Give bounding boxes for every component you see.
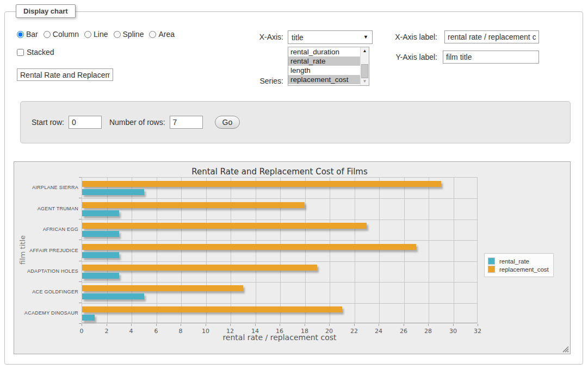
x-axis-label-input[interactable]: [444, 30, 539, 43]
bar-rental_rate: [82, 231, 119, 237]
category-label: ACE GOLDFINGER: [17, 289, 78, 294]
bar-rental_rate: [82, 252, 119, 258]
x-axis-select-label: X-Axis:: [256, 33, 283, 41]
x-tick-mark: [255, 324, 256, 326]
category-label: ACADEMY DINOSAUR: [17, 310, 78, 316]
x-tick-label: 24: [375, 328, 382, 335]
x-tick-mark: [404, 324, 404, 326]
series-label: Series:: [256, 77, 283, 85]
series-option-rental_rate[interactable]: rental_rate: [288, 57, 360, 66]
chart-type-option-line[interactable]: Line: [84, 30, 108, 39]
number-of-rows-input[interactable]: [170, 116, 203, 129]
go-button[interactable]: Go: [215, 116, 240, 129]
gridline: [305, 178, 306, 323]
series-option-length[interactable]: length: [288, 66, 360, 75]
x-tick-mark: [280, 324, 280, 326]
gridline: [157, 178, 157, 323]
gridline: [330, 178, 330, 323]
radio-line[interactable]: [84, 31, 91, 38]
scrollbar-thumb[interactable]: [361, 64, 368, 78]
series-listbox-scrollbar[interactable]: ▲ ▼: [360, 47, 369, 85]
radio-bar[interactable]: [17, 31, 24, 38]
x-tick-mark: [428, 324, 429, 326]
series-option-rental_duration[interactable]: rental_duration: [288, 47, 360, 57]
x-tick-mark: [305, 324, 305, 326]
resize-grip-icon[interactable]: [562, 346, 569, 353]
y-tick-mark: [79, 240, 82, 240]
x-tick-mark: [82, 324, 82, 326]
x-tick-label: 30: [449, 328, 457, 335]
bar-rental_rate: [82, 315, 95, 321]
x-axis-select-wrap: title ▼: [288, 30, 373, 44]
y-tick-mark: [79, 261, 82, 261]
gridline: [132, 178, 132, 323]
bar-rental_rate: [82, 273, 119, 279]
radio-label: Line: [94, 30, 108, 39]
x-tick-mark: [329, 324, 330, 326]
gridline: [181, 178, 182, 323]
radio-label: Area: [158, 30, 175, 39]
legend-item-replacement_cost: replacement_cost: [488, 266, 549, 273]
gridline: [82, 282, 477, 283]
x-axis-label-label: X-Axis label:: [395, 33, 437, 41]
series-listbox-options: rental_durationrental_ratelengthreplacem…: [288, 47, 360, 85]
tab-display-chart[interactable]: Display chart: [16, 4, 76, 18]
series-option-replacement_cost[interactable]: replacement_cost: [288, 75, 360, 84]
legend-swatch-replacement_cost: [488, 266, 495, 273]
chart-legend: rental_ratereplacement_cost: [484, 253, 554, 277]
x-tick-label: 2: [105, 328, 109, 335]
rows-form-panel: Start row: Number of rows: Go: [20, 101, 571, 143]
x-tick-mark: [354, 324, 355, 326]
stacked-option[interactable]: Stacked: [17, 48, 54, 57]
x-tick-label: 32: [474, 328, 481, 335]
start-row-input[interactable]: [69, 116, 102, 129]
y-axis-label-label: Y-Axis label:: [395, 53, 437, 61]
legend-label: replacement_cost: [499, 266, 549, 273]
display-chart-panel: Display chart BarColumnLineSplineArea St…: [4, 11, 583, 365]
gridline: [404, 178, 405, 323]
stacked-label: Stacked: [27, 48, 54, 57]
chart-type-option-column[interactable]: Column: [44, 30, 79, 39]
x-tick-label: 26: [400, 328, 407, 335]
bar-replacement_cost: [82, 181, 441, 187]
x-axis-select[interactable]: title: [288, 30, 373, 44]
radio-area[interactable]: [149, 31, 156, 38]
bar-rental_rate: [82, 189, 144, 195]
bar-replacement_cost: [82, 265, 317, 271]
x-tick-label: 4: [129, 328, 133, 335]
x-tick-label: 6: [154, 328, 158, 335]
radio-spline[interactable]: [114, 31, 121, 38]
x-tick-label: 0: [80, 328, 84, 335]
x-tick-mark: [478, 324, 478, 326]
scroll-down-icon[interactable]: ▼: [361, 78, 369, 85]
x-tick-mark: [379, 324, 379, 326]
x-tick-mark: [107, 324, 107, 326]
scroll-up-icon[interactable]: ▲: [361, 47, 369, 55]
radio-label: Spline: [123, 30, 144, 39]
x-tick-label: 20: [325, 328, 333, 335]
gridline: [231, 178, 231, 323]
y-axis-label-input[interactable]: [443, 51, 539, 64]
chart-title-input[interactable]: [17, 68, 113, 81]
gridline: [429, 178, 429, 323]
x-tick-label: 16: [276, 328, 283, 335]
chart-type-option-bar[interactable]: Bar: [17, 30, 38, 39]
x-tick-mark: [206, 324, 206, 326]
legend-item-rental_rate: rental_rate: [488, 258, 549, 265]
stacked-checkbox[interactable]: [17, 49, 24, 56]
number-of-rows-label: Number of rows:: [109, 118, 165, 127]
gridline: [82, 261, 477, 262]
y-tick-mark: [79, 303, 82, 303]
category-label: AIRPLANE SIERRA: [17, 185, 78, 190]
y-tick-mark: [79, 281, 82, 282]
chart-type-option-spline[interactable]: Spline: [114, 30, 144, 39]
bar-replacement_cost: [82, 306, 342, 312]
gridline: [82, 220, 477, 220]
bar-replacement_cost: [82, 223, 367, 229]
x-tick-label: 28: [424, 328, 432, 335]
x-tick-mark: [181, 324, 181, 326]
bar-replacement_cost: [82, 202, 305, 208]
radio-column[interactable]: [44, 31, 51, 38]
chart-type-option-area[interactable]: Area: [149, 30, 175, 39]
series-listbox[interactable]: rental_durationrental_ratelengthreplacem…: [288, 47, 369, 86]
